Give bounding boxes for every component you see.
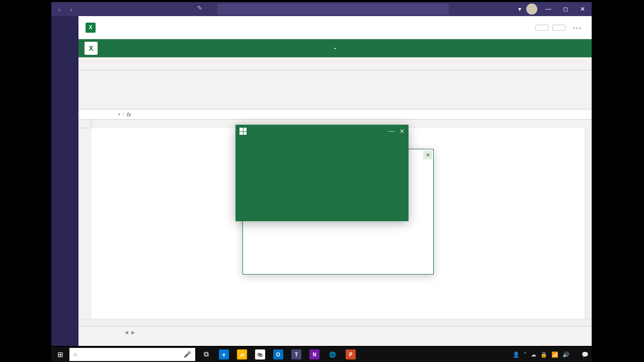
taskbar-chrome[interactable]: 🌐 <box>324 347 341 362</box>
task-view-icon[interactable]: ⧉ <box>198 347 214 361</box>
splash-minimize-icon[interactable]: — <box>388 128 394 135</box>
menu-tabs <box>78 57 592 70</box>
avatar[interactable] <box>526 4 537 15</box>
taskbar-store[interactable]: 🛍 <box>255 349 265 359</box>
start-conversation-button[interactable] <box>535 25 548 31</box>
taskbar-explorer[interactable]: 📁 <box>237 349 247 359</box>
tray-up-icon[interactable]: ˄ <box>524 351 527 358</box>
taskbar-teams[interactable]: T <box>291 349 301 359</box>
tray-notifications-icon[interactable]: 💬 <box>582 351 589 358</box>
forward-button[interactable]: › <box>66 4 76 14</box>
sheet-tabs: ◄► <box>78 326 592 338</box>
sheet-next-icon[interactable]: ► <box>130 329 136 335</box>
excel-file-icon: X <box>86 23 96 33</box>
taskbar-edge[interactable]: e <box>219 349 229 359</box>
name-box[interactable]: ▾ <box>78 112 124 117</box>
taskbar-onenote[interactable]: N <box>309 349 319 359</box>
mic-icon[interactable]: 🎤 <box>184 351 191 358</box>
tray-wifi-icon[interactable]: 📶 <box>551 351 558 358</box>
close-tab-button[interactable] <box>552 25 566 31</box>
tenant-selector[interactable]: ▾ <box>516 6 521 13</box>
taskbar-outlook[interactable]: O <box>273 349 283 359</box>
tray-cloud-icon[interactable]: ☁ <box>531 351 536 358</box>
horizontal-scrollbar[interactable] <box>78 319 592 326</box>
minimize-button[interactable]: — <box>542 3 554 15</box>
excel-splash: —✕ <box>235 125 409 221</box>
more-options-icon[interactable]: ⋯ <box>570 22 585 33</box>
start-button[interactable]: ⊞ <box>51 350 69 358</box>
tray-lock-icon[interactable]: 🔒 <box>540 351 547 358</box>
compose-icon[interactable]: ✎ <box>197 5 206 14</box>
excel-app-icon: X <box>85 42 98 55</box>
sheet-prev-icon[interactable]: ◄ <box>124 329 129 335</box>
tray-volume-icon[interactable]: 🔊 <box>562 351 570 358</box>
app-rail <box>51 16 78 346</box>
document-header: X ⋯ <box>78 16 592 39</box>
formula-bar: ▾ fx <box>78 110 592 120</box>
windows-taskbar: ⊞ ○ 🎤 ⧉ e 📁 🛍 O T N 🌐 P 👤 ˄ ☁ 🔒 📶 🔊 💬 <box>51 347 592 362</box>
close-window-button[interactable]: ✕ <box>577 3 589 15</box>
ribbon <box>78 70 592 110</box>
search-icon: ○ <box>73 351 77 358</box>
maximize-button[interactable]: ◻ <box>559 3 572 15</box>
taskbar-search[interactable]: ○ 🎤 <box>69 348 195 361</box>
splash-close-icon[interactable]: ✕ <box>399 128 405 135</box>
excel-header: X - <box>78 39 592 57</box>
splash-opening-text <box>235 147 409 157</box>
search-input[interactable] <box>217 4 449 15</box>
back-button[interactable]: ‹ <box>54 4 64 14</box>
dialog-close-icon[interactable]: ✕ <box>423 150 432 159</box>
status-bar <box>78 338 592 346</box>
microsoft-logo-icon <box>239 128 247 135</box>
vertical-scrollbar[interactable] <box>585 128 592 319</box>
fx-icon[interactable]: fx <box>124 112 134 118</box>
titlebar: ‹ › ✎ ▾ — ◻ ✕ <box>51 2 592 16</box>
tray-people-icon[interactable]: 👤 <box>513 351 520 358</box>
taskbar-powerpoint[interactable]: P <box>346 349 356 359</box>
